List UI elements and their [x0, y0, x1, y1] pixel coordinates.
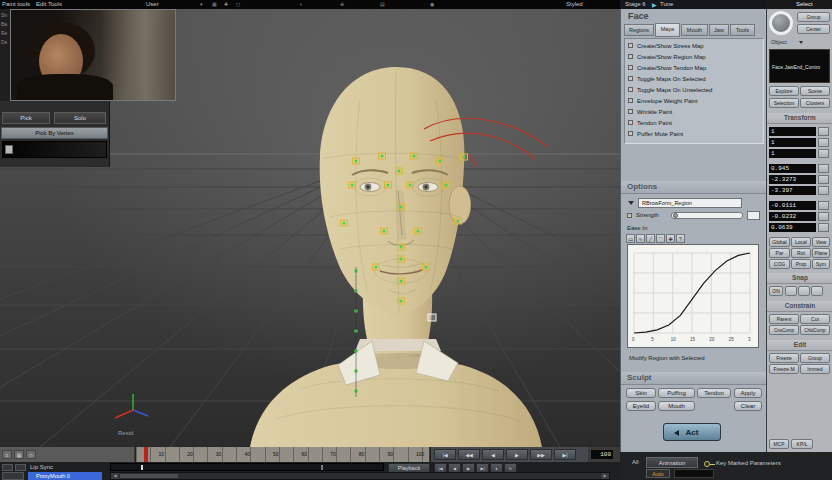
checkbox-icon[interactable] [628, 120, 633, 125]
selection-button[interactable]: Selection [769, 98, 799, 108]
cnscomp-button[interactable]: CnsComp [769, 325, 799, 335]
scene-button[interactable]: Scene [800, 86, 830, 96]
timeline-grid-icon[interactable]: ▦ [14, 450, 24, 459]
nav-sphere-icon[interactable] [769, 11, 793, 35]
translate-y-field[interactable]: -0.0232 [769, 212, 816, 221]
strength-slider[interactable] [671, 212, 743, 219]
playhead[interactable] [144, 447, 148, 462]
region-dropdown[interactable]: RBrowForm_Region [638, 198, 742, 208]
checkbox-icon[interactable] [628, 131, 633, 136]
kpl-tab[interactable]: KP/L [791, 439, 813, 449]
rotate-z-field[interactable]: -3.397 [769, 186, 816, 195]
map-item[interactable]: Toggle Maps On Unselected [628, 85, 762, 96]
clear-button[interactable]: Clear [734, 401, 762, 411]
edit-section-header[interactable]: Edit [767, 340, 832, 351]
curve-tool-linear-icon[interactable]: ╱ [646, 234, 655, 243]
audio-track[interactable] [110, 463, 384, 471]
timeline-marker-icon[interactable]: ◇ [26, 450, 36, 459]
tab-tools[interactable]: Tools [730, 24, 755, 36]
object-dropdown[interactable]: Object [771, 39, 787, 45]
key-marked-parameters-label[interactable]: Key Marked Parameters [716, 460, 781, 466]
mcp-tab[interactable]: MCP [769, 439, 789, 449]
rot-ref-button[interactable]: Rot [791, 248, 811, 258]
range-scrollbar[interactable]: ◀ ▶ [110, 472, 610, 480]
menubar-icon[interactable]: ▤ [380, 1, 385, 7]
snap-grid-icon[interactable] [798, 286, 810, 296]
snap-on-button[interactable]: ON [769, 286, 783, 296]
menu-user[interactable]: User [146, 1, 159, 7]
sculpt-puffing-button[interactable]: Puffing [658, 388, 695, 398]
speaker-icon[interactable] [15, 464, 26, 471]
map-item[interactable]: Puffer Mute Paint [628, 129, 762, 140]
menubar-icon[interactable]: ◐ [300, 1, 303, 7]
chldcomp-button[interactable]: ChldComp [800, 325, 830, 335]
par-ref-button[interactable]: Par [769, 248, 790, 258]
cog-button[interactable]: COG [769, 259, 790, 269]
pick-by-vertex-button[interactable]: Pick By Vertex [1, 127, 108, 139]
checkbox-icon[interactable] [628, 109, 633, 114]
scroll-thumb[interactable] [120, 474, 178, 478]
sculpt-eyelid-button[interactable]: Eyelid [626, 401, 656, 411]
toolbar-fragment[interactable]: Ba [0, 18, 10, 27]
modify-region-label[interactable]: Modify Region with Selected [629, 355, 705, 361]
strength-checkbox[interactable] [627, 213, 632, 218]
freeze-m-button[interactable]: Freeze M [769, 364, 799, 374]
go-end-button[interactable]: ▶| [554, 449, 576, 460]
step-back-fast-button[interactable]: ◀◀ [458, 449, 480, 460]
map-item[interactable]: Toggle Maps On Selected [628, 74, 762, 85]
tab-mouth[interactable]: Mouth [681, 24, 708, 36]
curve-tool-key-icon[interactable]: ∿ [636, 234, 645, 243]
local-mode-button[interactable]: Local [791, 237, 811, 247]
toolbar-fragment[interactable]: Re [0, 27, 10, 36]
map-item[interactable]: Create/Show Tendon Map [628, 63, 762, 74]
selection-field[interactable]: Face.JawEnd_Contro [769, 49, 830, 83]
sculpt-section-header[interactable]: Sculpt [621, 372, 767, 385]
strength-value-box[interactable] [747, 211, 760, 220]
toolbar-fragment[interactable]: De [0, 36, 10, 45]
sculpt-mouth-button[interactable]: Mouth [658, 401, 695, 411]
ease-curve-editor[interactable]: 05101520253 [627, 244, 759, 348]
go-start-button[interactable]: |◀ [434, 449, 456, 460]
end-frame-field[interactable]: 100 [590, 449, 614, 460]
frame-display-field[interactable] [674, 469, 714, 478]
step-back-button[interactable]: ◀ [482, 449, 504, 460]
curve-tool-help-icon[interactable]: ? [676, 234, 685, 243]
rotate-x-toggle[interactable] [818, 164, 829, 173]
tab-jaw[interactable]: Jaw [709, 24, 729, 36]
menu-edit-tools[interactable]: Edit Tools [36, 1, 62, 7]
translate-z-field[interactable]: 0.0639 [769, 223, 816, 232]
menu-paint-tools[interactable]: Paint tools [2, 1, 30, 7]
track-options-icon[interactable] [2, 472, 24, 480]
timeline-menu-icon[interactable]: ≡ [2, 450, 12, 459]
menubar-icon[interactable]: ✚ [224, 1, 228, 7]
map-item[interactable]: Tendon Paint [628, 118, 762, 129]
global-mode-button[interactable]: Global [769, 237, 790, 247]
sculpt-skin-button[interactable]: Skin [626, 388, 656, 398]
curve-tool-add-icon[interactable]: ✚ [666, 234, 675, 243]
immed-button[interactable]: Immed [800, 364, 830, 374]
view-mode-button[interactable]: View [812, 237, 830, 247]
explore-button[interactable]: Explore [769, 86, 799, 96]
tab-regions[interactable]: Regions [624, 24, 654, 36]
sculpt-tendon-button[interactable]: Tendon [697, 388, 731, 398]
translate-y-toggle[interactable] [818, 212, 829, 221]
animation-menu-button[interactable]: Animation [646, 457, 698, 468]
snap-mid-icon[interactable] [811, 286, 823, 296]
freeze-button[interactable]: Freeze [769, 353, 799, 363]
weight-ramp-chip[interactable] [5, 145, 13, 154]
curve-tool-select-icon[interactable]: ▭ [626, 234, 635, 243]
constrain-section-header[interactable]: Constrain [767, 301, 832, 312]
menubar-icon[interactable]: ◻ [236, 1, 240, 7]
stage-bar[interactable]: Stage 6 ▶ Tune [620, 0, 766, 9]
rotate-z-toggle[interactable] [818, 186, 829, 195]
checkbox-icon[interactable] [628, 54, 633, 59]
group-button[interactable]: Group [797, 12, 830, 22]
options-section-header[interactable]: Options [621, 181, 767, 194]
step-forward-fast-button[interactable]: ▶▶ [530, 449, 552, 460]
translate-x-toggle[interactable] [818, 201, 829, 210]
apply-button[interactable]: Apply [734, 388, 762, 398]
toolbar-fragment[interactable]: Sn [0, 9, 10, 18]
solo-button[interactable]: Solo [54, 112, 106, 124]
scroll-left-icon[interactable]: ◀ [111, 473, 119, 479]
all-label[interactable]: All [632, 459, 639, 465]
